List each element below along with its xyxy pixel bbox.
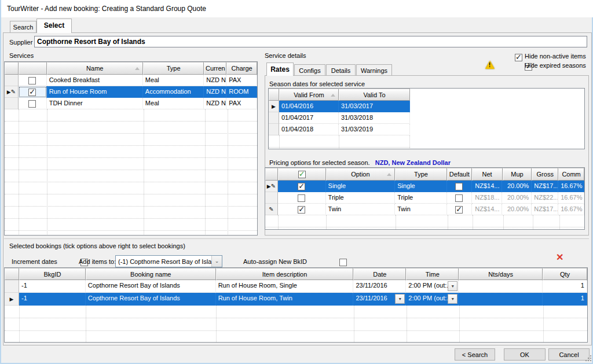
row-selector[interactable]: ▶✎ bbox=[265, 181, 278, 192]
service-charge-cell[interactable]: PAX bbox=[226, 98, 257, 109]
bookings-header-itemdescription[interactable]: Item description bbox=[216, 268, 354, 280]
auto-assign-checkbox[interactable] bbox=[339, 259, 347, 266]
cancel-button[interactable]: Cancel bbox=[548, 348, 590, 361]
booking-item-cell[interactable]: Run of House Room, Twin bbox=[216, 293, 354, 306]
hide-non-active-checkbox[interactable] bbox=[515, 54, 522, 61]
checkbox-checked-icon[interactable] bbox=[298, 206, 305, 214]
row-selector[interactable] bbox=[5, 98, 19, 109]
booking-qty-cell[interactable]: 1 bbox=[543, 280, 587, 293]
date-dropdown-button[interactable]: ▾ bbox=[395, 294, 405, 304]
bookings-header-bookingname[interactable]: Booking name bbox=[86, 268, 216, 280]
checkbox-unchecked-icon[interactable] bbox=[298, 194, 305, 202]
pricing-option-cell[interactable]: Triple bbox=[326, 192, 396, 204]
pricing-gross-cell[interactable]: NZ$17... bbox=[532, 181, 558, 192]
pricing-header-net[interactable]: Net bbox=[472, 168, 503, 181]
pricing-comm-cell[interactable]: 16.67% bbox=[558, 181, 584, 192]
booking-name-cell[interactable]: Copthorne Resort Bay of Islands bbox=[86, 293, 216, 306]
season-row-selected[interactable]: ▶ 01/04/2016 31/03/2017 bbox=[269, 101, 410, 112]
pricing-row[interactable]: Triple Triple NZ$18... 20.00% NZ$22... 1… bbox=[265, 192, 584, 204]
bookings-header-qty[interactable]: Qty bbox=[543, 268, 587, 280]
add-items-to-dropdown[interactable]: (-1) Copthorne Resort Bay of Islands ⌄ bbox=[115, 255, 222, 267]
booking-nts-cell[interactable] bbox=[459, 293, 543, 306]
row-selector[interactable] bbox=[269, 124, 279, 135]
tab-configs[interactable]: Configs bbox=[294, 64, 325, 76]
pricing-header-gross[interactable]: Gross bbox=[532, 168, 558, 181]
pricing-row[interactable]: ✎ Twin Twin NZ$14... 20.00% NZ$17... 16.… bbox=[265, 204, 584, 215]
service-charge-cell[interactable]: ROOM bbox=[226, 86, 257, 98]
service-name-cell[interactable]: TDH Dinner bbox=[47, 98, 143, 109]
checkbox-unchecked-icon[interactable] bbox=[455, 194, 463, 202]
tab-rates[interactable]: Rates bbox=[266, 62, 294, 76]
service-currency-cell[interactable]: NZD N... bbox=[204, 98, 226, 109]
pricing-header-type[interactable]: Type bbox=[395, 168, 447, 181]
bookings-header-bkgid[interactable]: BkgID bbox=[19, 268, 86, 280]
season-from-cell[interactable]: 01/04/2016 bbox=[279, 101, 339, 112]
pricing-comm-cell[interactable]: 16.67% bbox=[558, 204, 584, 215]
season-to-cell[interactable]: 31/03/2018 bbox=[339, 112, 410, 124]
supplier-field[interactable]: Copthorne Resort Bay of Islands bbox=[34, 36, 587, 47]
row-selector[interactable]: ▶ bbox=[269, 101, 279, 112]
pricing-mup-cell[interactable]: 20.00% bbox=[502, 192, 532, 204]
booking-nts-cell[interactable] bbox=[459, 280, 543, 293]
bookings-header-date[interactable]: Date bbox=[353, 268, 406, 280]
pricing-option-cell[interactable]: Single bbox=[326, 181, 396, 192]
checkbox-checked-icon[interactable] bbox=[455, 206, 463, 214]
season-header-validto[interactable]: Valid To bbox=[339, 89, 410, 101]
service-row[interactable]: TDH Dinner Meal NZD N... PAX bbox=[5, 98, 257, 109]
pricing-header-comm[interactable]: Comm bbox=[558, 168, 584, 181]
pricing-default-cell[interactable] bbox=[447, 181, 472, 192]
pricing-comm-cell[interactable]: 16.67% bbox=[558, 192, 584, 204]
service-checkbox-cell[interactable] bbox=[19, 75, 47, 86]
time-dropdown-button[interactable]: ▾ bbox=[448, 294, 457, 304]
bookings-header-ntsdays[interactable]: Nts/days bbox=[459, 268, 543, 280]
row-selector[interactable] bbox=[265, 192, 278, 204]
checkbox-unchecked-icon[interactable] bbox=[28, 77, 36, 84]
pricing-checkbox-cell[interactable] bbox=[278, 181, 326, 192]
pricing-net-cell[interactable]: NZ$14... bbox=[472, 204, 503, 215]
row-selector[interactable]: ▶ bbox=[5, 293, 19, 306]
season-row[interactable]: 01/04/2017 31/03/2018 bbox=[269, 112, 410, 124]
services-header-type[interactable]: Type bbox=[143, 62, 204, 75]
pricing-gross-cell[interactable]: NZ$17... bbox=[532, 204, 558, 215]
booking-bkgid-cell[interactable]: -1 bbox=[19, 280, 86, 293]
service-row-selected[interactable]: ▶✎ Run of House Room Accommodation NZD N… bbox=[5, 86, 257, 98]
tab-search[interactable]: Search bbox=[10, 21, 36, 33]
service-charge-cell[interactable]: PAX bbox=[226, 75, 257, 86]
row-selector[interactable]: ▶✎ bbox=[5, 86, 19, 98]
booking-date-cell[interactable]: 23/11/2016 ▾ bbox=[353, 293, 406, 306]
pricing-option-cell[interactable]: Twin bbox=[326, 204, 396, 215]
booking-item-cell[interactable]: Run of House Room, Single bbox=[216, 280, 354, 293]
booking-row[interactable]: -1 Copthorne Resort Bay of Islands Run o… bbox=[5, 280, 587, 293]
row-selector[interactable] bbox=[269, 112, 279, 124]
pricing-checkbox-cell[interactable] bbox=[278, 204, 326, 215]
row-selector[interactable]: ✎ bbox=[265, 204, 278, 215]
time-dropdown-button[interactable]: ▾ bbox=[448, 281, 457, 291]
checkbox-checked-icon[interactable] bbox=[298, 183, 305, 190]
pricing-header-checkbox[interactable] bbox=[278, 168, 326, 181]
booking-row-selected[interactable]: ▶ -1 Copthorne Resort Bay of Islands Run… bbox=[5, 293, 587, 306]
pricing-net-cell[interactable]: NZ$14... bbox=[472, 181, 503, 192]
row-selector[interactable] bbox=[5, 280, 19, 293]
pricing-type-cell[interactable]: Triple bbox=[395, 192, 447, 204]
season-header-validfrom[interactable]: Valid From bbox=[279, 89, 339, 101]
season-from-cell[interactable]: 01/04/2017 bbox=[279, 112, 339, 124]
ok-button[interactable]: OK bbox=[504, 348, 546, 361]
season-row[interactable]: 01/04/2018 31/03/2019 bbox=[269, 124, 410, 135]
pricing-net-cell[interactable]: NZ$18... bbox=[472, 192, 503, 204]
service-name-cell[interactable]: Cooked Breakfast bbox=[47, 75, 143, 86]
booking-date-cell[interactable]: 23/11/2016 bbox=[353, 280, 406, 293]
checkbox-unchecked-icon[interactable] bbox=[455, 183, 463, 190]
service-currency-cell[interactable]: NZD N... bbox=[204, 75, 226, 86]
season-from-cell[interactable]: 01/04/2018 bbox=[279, 124, 339, 135]
pricing-header-default[interactable]: Default bbox=[447, 168, 472, 181]
service-type-cell[interactable]: Meal bbox=[143, 75, 204, 86]
checkbox-unchecked-icon[interactable] bbox=[28, 100, 36, 108]
delete-booking-icon[interactable]: ✕ bbox=[556, 253, 563, 262]
select-all-checkbox[interactable] bbox=[298, 171, 306, 178]
service-checkbox-cell[interactable] bbox=[19, 86, 47, 98]
pricing-row-selected[interactable]: ▶✎ Single Single NZ$14... 20.00% NZ$17..… bbox=[265, 181, 584, 192]
service-type-cell[interactable]: Accommodation bbox=[143, 86, 204, 98]
season-to-cell[interactable]: 31/03/2017 bbox=[339, 101, 410, 112]
search-back-button[interactable]: < Search bbox=[455, 348, 495, 361]
pricing-header-mup[interactable]: Mup bbox=[503, 168, 532, 181]
